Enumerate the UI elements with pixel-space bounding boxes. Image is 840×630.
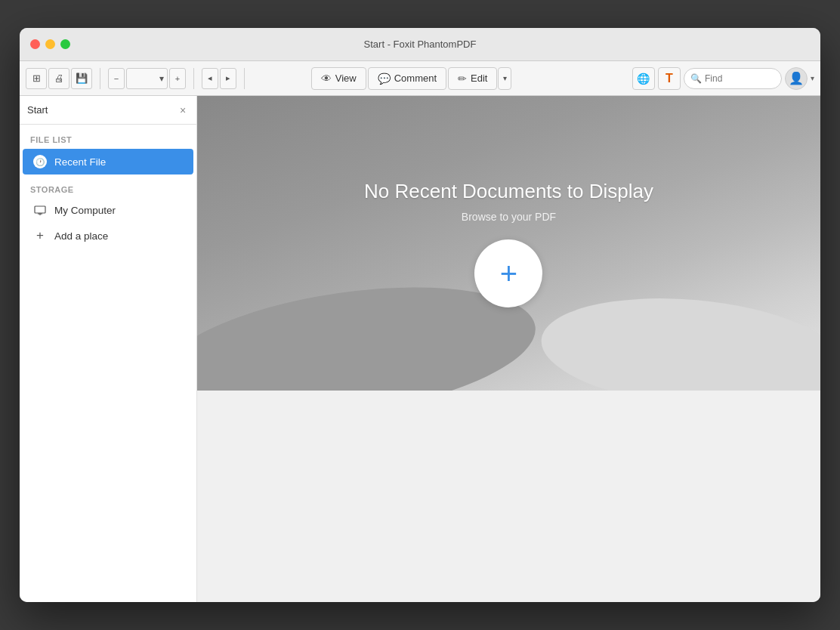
maximize-button[interactable]: [60, 39, 70, 49]
comment-button[interactable]: 💬 Comment: [368, 67, 446, 90]
chevron-left-icon: ◂: [208, 73, 212, 83]
window-title: Start - Foxit PhantomPDF: [364, 39, 477, 50]
comment-label: Comment: [394, 73, 437, 84]
user-icon: 👤: [789, 71, 804, 85]
sidebar-header: Start ×: [20, 96, 196, 125]
toolbar-icon-3[interactable]: 💾: [71, 68, 92, 89]
zoom-dropdown[interactable]: ▾: [126, 68, 168, 89]
lower-area: [197, 391, 820, 602]
profile-chevron: ▾: [811, 74, 814, 82]
toolbar-left-group: ⊞ 🖨 💾: [26, 68, 92, 89]
toolbar-icon-2[interactable]: 🖨: [48, 68, 69, 89]
separator-3: [244, 68, 245, 89]
sidebar-item-add-place[interactable]: + Add a place: [23, 222, 193, 249]
close-button[interactable]: [30, 39, 40, 49]
globe-icon: 🌐: [637, 73, 650, 85]
search-input[interactable]: [705, 73, 775, 84]
banner-content: No Recent Documents to Display Browse to…: [364, 180, 653, 307]
view-label: View: [335, 73, 357, 84]
doc-area: No Recent Documents to Display Browse to…: [197, 96, 820, 602]
doc-main: No Recent Documents to Display Browse to…: [197, 96, 820, 602]
save-icon: 💾: [76, 73, 88, 84]
next-page-button[interactable]: ▸: [220, 68, 236, 89]
add-place-icon: +: [33, 228, 47, 243]
zoom-out-button[interactable]: −: [108, 68, 125, 89]
add-place-label: Add a place: [54, 230, 108, 242]
zoom-group: − ▾ +: [108, 68, 186, 89]
separator-2: [193, 68, 194, 89]
banner-title: No Recent Documents to Display: [364, 180, 653, 203]
search-box[interactable]: 🔍: [684, 68, 782, 89]
clock-icon: 🕐: [36, 158, 45, 166]
chevron-down-icon: ▾: [159, 73, 164, 84]
add-pdf-icon: +: [500, 258, 517, 289]
edit-dropdown-button[interactable]: ▾: [498, 67, 511, 90]
search-icon: 🔍: [690, 73, 702, 84]
banner-subtitle: Browse to your PDF: [462, 211, 556, 223]
text-button[interactable]: T: [658, 67, 681, 90]
sidebar-header-title: Start: [27, 104, 48, 116]
svg-rect-0: [35, 206, 45, 213]
prev-page-button[interactable]: ◂: [202, 68, 218, 89]
minimize-button[interactable]: [45, 39, 55, 49]
separator-1: [100, 68, 100, 89]
toolbar-right: 🌐 T 🔍 👤 ▾: [632, 67, 814, 90]
add-pdf-button[interactable]: +: [474, 239, 542, 307]
online-button[interactable]: 🌐: [632, 67, 655, 90]
edit-icon: ✏: [458, 73, 467, 85]
toolbar-icon-1[interactable]: ⊞: [26, 68, 47, 89]
app-window: Start - Foxit PhantomPDF ⊞ 🖨 💾 − ▾: [20, 28, 820, 602]
storage-label: STORAGE: [20, 174, 196, 199]
main-content: Start × FILE LIST 🕐 Recent File STORAGE: [20, 96, 820, 602]
view-button[interactable]: 👁 View: [311, 67, 366, 90]
toolbar-main-group: 👁 View 💬 Comment ✏ Edit ▾: [311, 67, 512, 90]
edit-label: Edit: [471, 73, 487, 84]
sidebar-item-recent-file[interactable]: 🕐 Recent File: [23, 149, 193, 174]
recent-file-label: Recent File: [54, 156, 106, 168]
sidebar-close-button[interactable]: ×: [177, 104, 189, 116]
banner-area: No Recent Documents to Display Browse to…: [197, 96, 820, 391]
zoom-out-icon: −: [114, 74, 119, 83]
comment-icon: 💬: [378, 73, 391, 85]
view-icon: 👁: [321, 73, 332, 85]
profile-button[interactable]: 👤: [785, 67, 808, 90]
titlebar-buttons: [20, 39, 70, 49]
computer-icon: [33, 205, 47, 216]
sidebar-item-my-computer[interactable]: My Computer: [23, 199, 193, 222]
my-computer-label: My Computer: [54, 205, 116, 216]
titlebar: Start - Foxit PhantomPDF: [20, 28, 820, 61]
toolbar: ⊞ 🖨 💾 − ▾ + ◂: [20, 61, 820, 96]
close-icon: ×: [180, 104, 186, 116]
grid-icon: ⊞: [32, 73, 41, 84]
dropdown-chevron-icon: ▾: [503, 74, 507, 82]
chevron-right-icon: ▸: [226, 73, 230, 83]
file-list-label: FILE LIST: [20, 125, 196, 149]
recent-file-icon: 🕐: [33, 155, 47, 168]
edit-button[interactable]: ✏ Edit: [448, 67, 497, 90]
text-icon: T: [666, 72, 673, 85]
zoom-in-button[interactable]: +: [169, 68, 186, 89]
zoom-in-icon: +: [175, 74, 180, 83]
sidebar: Start × FILE LIST 🕐 Recent File STORAGE: [20, 96, 197, 602]
printer-icon: 🖨: [54, 73, 64, 84]
nav-group: ◂ ▸: [202, 68, 236, 89]
